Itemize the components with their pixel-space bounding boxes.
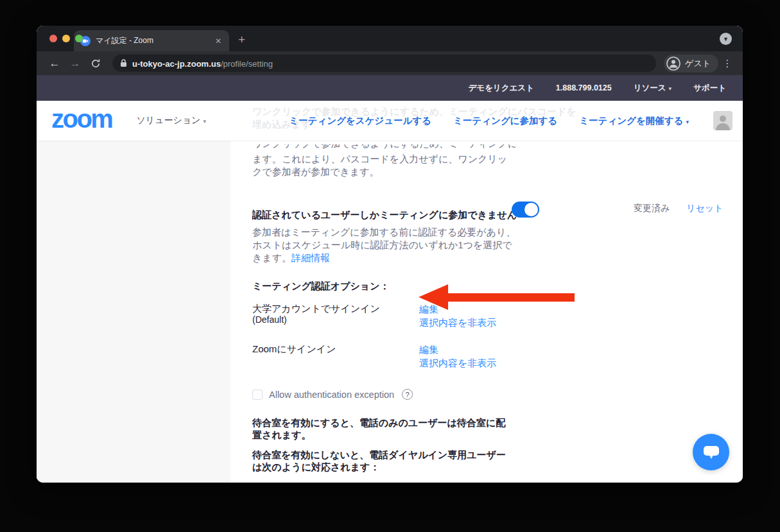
- auth-option-links: 編集 選択内容を非表示: [419, 343, 496, 370]
- browser-toolbar: ← → u-tokyo-ac-jp.zoom.us/profile/settin…: [37, 51, 743, 75]
- chevron-down-icon: ▾: [669, 85, 672, 92]
- chevron-down-icon: ▾: [203, 118, 206, 124]
- desktop-background: マイ設定 - Zoom ✕ + ▼ ← → u-tokyo-ac-jp.zoom…: [0, 0, 780, 532]
- toggle-knob: [524, 203, 538, 216]
- auth-exception-label: Allow authentication exception: [269, 390, 394, 400]
- browser-tab[interactable]: マイ設定 - Zoom ✕: [74, 30, 229, 51]
- waiting-room-para2: 待合室を有効にしないと、電話ダイヤルイン専用ユーザーは次のように対応されます：: [252, 449, 510, 473]
- tab-title: マイ設定 - Zoom: [96, 35, 209, 46]
- edit-link[interactable]: 編集: [419, 343, 496, 356]
- zoom-site-header: ワンクリックで参加できるようにするため、ミーティングにパスコードを 埋め込みます…: [37, 101, 743, 141]
- browser-profile-button[interactable]: ゲスト: [664, 55, 718, 73]
- auth-option-name: 大学アカウントでサインイン (Default): [252, 302, 419, 329]
- address-bar[interactable]: u-tokyo-ac-jp.zoom.us/profile/setting: [112, 55, 656, 72]
- host-meeting-menu[interactable]: ミーティングを開催する▾: [579, 115, 689, 127]
- new-tab-button[interactable]: +: [238, 33, 245, 47]
- auth-exception-row: Allow authentication exception ?: [252, 389, 743, 400]
- back-icon[interactable]: ←: [46, 55, 64, 73]
- learn-more-link[interactable]: 詳細情報: [291, 252, 330, 263]
- window-controls: [49, 35, 83, 42]
- auth-status-row: 変更済み リセット: [634, 203, 724, 214]
- red-annotation-arrow: [419, 284, 575, 310]
- zoom-topbar: デモをリクエスト 1.888.799.0125 リソース▾ サポート: [37, 75, 743, 101]
- chat-support-button[interactable]: [693, 434, 729, 470]
- url-text: u-tokyo-ac-jp.zoom.us/profile/setting: [132, 58, 273, 69]
- chat-bubble-icon: [703, 445, 720, 460]
- maximize-window-button[interactable]: [75, 35, 83, 42]
- help-question-icon[interactable]: ?: [402, 389, 413, 400]
- browser-window: マイ設定 - Zoom ✕ + ▼ ← → u-tokyo-ac-jp.zoom…: [37, 26, 743, 483]
- topbar-resources-menu[interactable]: リソース▾: [634, 83, 672, 94]
- hide-selection-link[interactable]: 選択内容を非表示: [419, 316, 496, 329]
- modified-status: 変更済み: [634, 203, 670, 214]
- auth-option-row: Zoomにサインイン 編集 選択内容を非表示: [252, 343, 743, 370]
- reload-icon[interactable]: [87, 55, 105, 73]
- waiting-room-para1: 待合室を有効にすると、電話のみのユーザーは待合室に配置されます。: [252, 416, 510, 441]
- url-path: /profile/setting: [221, 59, 273, 69]
- zoom-logo[interactable]: zoom: [51, 106, 112, 132]
- settings-sidebar: [37, 141, 230, 483]
- minimize-window-button[interactable]: [62, 35, 70, 42]
- browser-menu-icon[interactable]: ⋮: [721, 58, 734, 69]
- topbar-phone-number[interactable]: 1.888.799.0125: [556, 83, 612, 92]
- profile-avatar-icon: [666, 56, 680, 71]
- user-avatar[interactable]: [713, 111, 732, 130]
- auth-option-default-tag: (Default): [252, 314, 419, 325]
- auth-toggle[interactable]: [512, 202, 539, 218]
- header-nav: ミーティングをスケジュールする ミーティングに参加する ミーティングを開催する▾: [289, 111, 732, 130]
- reset-link[interactable]: リセット: [686, 203, 723, 214]
- topbar-request-demo-link[interactable]: デモをリクエスト: [468, 83, 533, 94]
- topbar-support-link[interactable]: サポート: [693, 83, 726, 94]
- lock-icon: [120, 59, 127, 67]
- browser-tabstrip: マイ設定 - Zoom ✕ + ▼: [37, 26, 743, 51]
- chevron-down-icon: ▾: [686, 119, 689, 125]
- close-window-button[interactable]: [49, 35, 57, 42]
- solutions-menu[interactable]: ソリューション▾: [136, 115, 206, 126]
- auth-option-name: Zoomにサインイン: [252, 343, 419, 370]
- guest-label: ゲスト: [685, 58, 711, 69]
- tab-search-menu-icon[interactable]: ▼: [720, 33, 732, 45]
- settings-main-content: ワンクリックで参加できるようにするため、ミーティングにパスコードを埋め込み ます…: [230, 141, 743, 483]
- auth-setting-description: 参加者はミーティングに参加する前に認証する必要があり、ホストはスケジュール時に認…: [252, 226, 517, 264]
- forward-icon[interactable]: →: [66, 55, 84, 73]
- join-meeting-link[interactable]: ミーティングに参加する: [453, 115, 557, 127]
- embed-passcode-description: ます。これにより、パスコードを入力せずに、ワンクリックで参加者が参加できます。: [252, 153, 514, 178]
- tab-close-icon[interactable]: ✕: [214, 37, 223, 46]
- arrow-shaft: [444, 293, 575, 302]
- clipped-text-line: ワンクリックで参加できるようにするため、ミーティングにパスコードを埋め込み: [252, 144, 516, 151]
- schedule-meeting-link[interactable]: ミーティングをスケジュールする: [289, 115, 431, 127]
- url-domain: u-tokyo-ac-jp.zoom.us: [132, 59, 221, 69]
- page-body: ワンクリックで参加できるようにするため、ミーティングにパスコードを埋め込み ます…: [37, 141, 743, 483]
- auth-exception-checkbox[interactable]: [252, 390, 263, 400]
- hide-selection-link[interactable]: 選択内容を非表示: [419, 356, 496, 370]
